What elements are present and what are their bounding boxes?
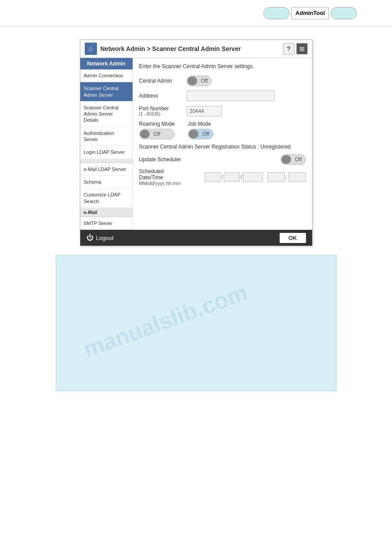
- date-input-group: / / :: [205, 172, 306, 182]
- date-sep-1: /: [221, 174, 223, 180]
- hour-input[interactable]: [267, 172, 285, 182]
- roaming-toggle-knob: [140, 130, 150, 138]
- month-input[interactable]: [205, 172, 220, 182]
- central-admin-toggle[interactable]: Off: [187, 76, 212, 86]
- roaming-mode-label: Roaming Mode: [139, 121, 175, 127]
- toggle-off-label: Off: [198, 78, 212, 84]
- admintool-label: AdminTool: [291, 7, 329, 19]
- minute-input[interactable]: [288, 172, 306, 182]
- central-admin-row: Central Admin Off: [139, 76, 306, 86]
- port-number-label: Port Number: [139, 105, 183, 112]
- address-input[interactable]: [187, 91, 274, 101]
- day-input[interactable]: [224, 172, 240, 182]
- sidebar-header: Network Admin: [80, 58, 133, 69]
- bottom-content-area: [56, 255, 337, 391]
- time-sep: :: [286, 174, 287, 180]
- top-btn-right[interactable]: [331, 7, 357, 19]
- ok-button[interactable]: OK: [280, 233, 306, 243]
- central-admin-label: Central Admin: [139, 78, 183, 84]
- sidebar-section-email: [80, 159, 133, 163]
- logout-button[interactable]: ⏻ Logout: [86, 234, 114, 242]
- update-scheduler-label: Update Scheduler: [139, 156, 183, 163]
- port-hint: (1 - 65535): [139, 112, 183, 116]
- sidebar-item-authentication-server[interactable]: Authentication Server: [80, 127, 133, 146]
- panel-description: Enter the Scanner Central Admin Server s…: [139, 63, 306, 69]
- mode-group: Roaming Mode Off Job Mode Off: [139, 121, 306, 139]
- top-bar: AdminTool: [0, 0, 392, 26]
- sidebar-item-scanner-central-details[interactable]: Scanner Central Admin Server Details: [80, 102, 133, 127]
- sidebar-item-smtp[interactable]: SMTP Server: [80, 217, 133, 230]
- date-format-hint: MM/dd/yyyy hh:mm: [139, 181, 183, 186]
- scheduled-datetime-row: Scheduled Date/Time MM/dd/yyyy hh:mm / /…: [139, 168, 306, 186]
- logout-label: Logout: [96, 235, 114, 241]
- job-mode-toggle[interactable]: Off: [188, 129, 213, 139]
- top-btn-left[interactable]: [263, 7, 290, 19]
- help-icon[interactable]: ?: [283, 43, 295, 54]
- scheduler-off-label: Off: [291, 156, 306, 163]
- port-number-row: Port Number (1 - 65535): [139, 105, 306, 116]
- update-scheduler-row: Update Scheduler Off: [139, 154, 306, 165]
- main-content: ⌂ Network Admin > Scanner Central Admin …: [0, 26, 392, 409]
- port-number-input[interactable]: [187, 106, 222, 116]
- year-input[interactable]: [243, 172, 263, 182]
- address-label: Address: [139, 93, 183, 99]
- toggle-knob: [187, 76, 197, 85]
- roaming-off-label: Off: [150, 131, 164, 137]
- footer-bar: ⏻ Logout OK: [80, 230, 312, 246]
- sidebar-item-admin-connection[interactable]: Admin Connection: [80, 69, 133, 82]
- scheduled-datetime-label: Scheduled Date/Time: [139, 168, 183, 181]
- roaming-mode-toggle[interactable]: Off: [139, 129, 175, 139]
- sidebar-item-email-ldap[interactable]: e-Mail LDAP Server: [80, 163, 133, 176]
- sidebar-item-customize-ldap[interactable]: Customize LDAP Search: [80, 189, 133, 208]
- date-sep-2: /: [241, 174, 242, 180]
- registration-status: Scanner Central Admin Server Registratio…: [139, 144, 306, 150]
- job-mode-item: Job Mode Off: [188, 121, 213, 139]
- update-scheduler-toggle[interactable]: Off: [281, 154, 306, 165]
- top-buttons: AdminTool: [263, 7, 357, 19]
- job-off-label: Off: [199, 131, 213, 137]
- app-body: Network Admin Admin Connection Scanner C…: [80, 58, 312, 230]
- title-icons: ? ⊞: [283, 43, 308, 54]
- roaming-mode-item: Roaming Mode Off: [139, 121, 175, 139]
- app-title: Network Admin > Scanner Central Admin Se…: [101, 45, 280, 52]
- sidebar-item-schema[interactable]: Schema: [80, 176, 133, 189]
- job-mode-label: Job Mode: [188, 121, 213, 127]
- home-icon[interactable]: ⌂: [85, 43, 97, 55]
- job-toggle-knob: [189, 130, 198, 138]
- address-row: Address: [139, 91, 306, 101]
- main-panel: Enter the Scanner Central Admin Server s…: [133, 58, 312, 230]
- sidebar: Network Admin Admin Connection Scanner C…: [80, 58, 133, 230]
- sidebar-item-login-ldap[interactable]: Login LDAP Server: [80, 146, 133, 159]
- title-bar: ⌂ Network Admin > Scanner Central Admin …: [80, 40, 312, 58]
- sidebar-item-scanner-central[interactable]: Scanner Central Admin Server: [80, 82, 133, 102]
- grid-icon[interactable]: ⊞: [296, 43, 308, 54]
- scheduler-toggle-knob: [281, 155, 291, 164]
- sidebar-section-email2: e-Mail: [80, 208, 133, 217]
- app-window: ⌂ Network Admin > Scanner Central Admin …: [80, 40, 313, 246]
- logout-icon: ⏻: [86, 234, 94, 242]
